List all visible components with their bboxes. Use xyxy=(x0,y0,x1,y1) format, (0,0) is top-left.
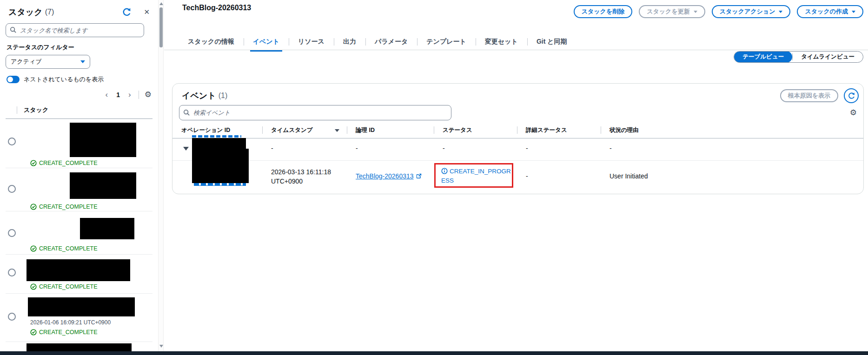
stack-list-item[interactable]: CREATE_COMPLETE xyxy=(6,211,152,255)
stack-radio[interactable] xyxy=(8,185,16,193)
current-page: 1 xyxy=(114,91,122,99)
status-text: CREATE_IN_PROGRESS xyxy=(441,168,511,184)
chevron-down-icon xyxy=(694,11,697,13)
stack-status-text: CREATE_COMPLETE xyxy=(39,204,98,210)
stack-radio[interactable] xyxy=(8,269,16,276)
stack-status: CREATE_COMPLETE xyxy=(30,329,98,335)
column-status: ステータス xyxy=(434,126,517,134)
page-title: TechBlog-20260313 xyxy=(182,4,251,12)
stack-detail-tabs: スタックの情報 イベント リソース 出力 パラメータ テンプレート 変更セット … xyxy=(179,35,576,52)
tab-template[interactable]: テンプレート xyxy=(417,35,476,52)
stack-status-text: CREATE_COMPLETE xyxy=(39,283,98,290)
stack-search xyxy=(6,23,144,37)
sidebar-settings-button[interactable] xyxy=(145,90,152,99)
stack-list-item[interactable]: 2026-01-06 16:09:21 UTC+0900 CREATE_COMP… xyxy=(6,294,152,342)
events-title: イベント xyxy=(182,90,216,101)
stack-radio[interactable] xyxy=(8,229,16,237)
show-root-cause-button[interactable]: 根本原因を表示 xyxy=(780,89,838,102)
update-stack-button[interactable]: スタックを更新 xyxy=(639,5,705,18)
divider xyxy=(139,91,139,99)
tab-outputs[interactable]: 出力 xyxy=(334,35,365,52)
main-content: TechBlog-20260313 スタックを削除 スタックを更新 スタックアク… xyxy=(164,0,868,351)
stack-status-text: CREATE_COMPLETE xyxy=(39,245,98,252)
tab-events[interactable]: イベント xyxy=(244,35,289,52)
events-panel: イベント (1) 根本原因を表示 xyxy=(172,83,864,194)
column-logical-id: 論理 ID xyxy=(347,126,434,134)
tab-change-sets[interactable]: 変更セット xyxy=(476,35,527,52)
tab-git-sync[interactable]: Git と同期 xyxy=(527,35,576,52)
table-preferences-button[interactable] xyxy=(850,108,857,118)
update-stack-label: スタックを更新 xyxy=(647,7,690,16)
stack-list-item[interactable]: CREATE_COMPLETE xyxy=(6,168,152,211)
refresh-events-button[interactable] xyxy=(844,88,859,103)
stack-search-input[interactable] xyxy=(6,23,144,37)
stack-radio[interactable] xyxy=(8,313,16,321)
stack-action-buttons: スタックを削除 スタックを更新 スタックアクション スタックの作成 xyxy=(574,5,863,18)
cloudformation-console: スタック (7) ステータスのフィルター アクティブ xyxy=(0,0,868,355)
next-page-button[interactable]: › xyxy=(126,91,133,99)
event-search xyxy=(179,105,451,120)
show-nested-label: ネストされているものを表示 xyxy=(24,75,104,84)
tab-stack-info[interactable]: スタックの情報 xyxy=(179,35,244,52)
timeline-view-option[interactable]: タイムラインビュー xyxy=(793,51,863,63)
status-link[interactable]: CREATE_IN_PROGRESS xyxy=(441,168,511,184)
close-sidebar-button[interactable] xyxy=(144,8,150,16)
refresh-icon xyxy=(122,7,132,17)
prev-page-button[interactable]: ‹ xyxy=(104,91,110,99)
create-stack-button[interactable]: スタックの作成 xyxy=(797,5,863,18)
detail-status-cell: - xyxy=(517,138,601,160)
stack-count: (7) xyxy=(45,8,54,16)
event-search-input[interactable] xyxy=(179,105,451,120)
stack-status: CREATE_COMPLETE xyxy=(30,204,98,210)
stack-radio[interactable] xyxy=(8,138,16,145)
scrollbar-thumb[interactable] xyxy=(159,7,163,47)
create-stack-label: スタックの作成 xyxy=(805,7,848,16)
refresh-icon xyxy=(848,92,855,100)
column-timestamp[interactable]: タイムスタンプ xyxy=(262,126,347,134)
show-nested-toggle[interactable] xyxy=(7,76,20,83)
success-check-icon xyxy=(30,204,37,210)
tab-parameters[interactable]: パラメータ xyxy=(365,35,417,52)
collapse-group-icon[interactable] xyxy=(183,147,189,151)
stack-actions-label: スタックアクション xyxy=(720,7,775,16)
external-link-icon xyxy=(416,173,422,179)
stack-status: CREATE_COMPLETE xyxy=(30,160,98,166)
sidebar-title: スタック xyxy=(8,7,43,18)
detail-status-cell: - xyxy=(517,161,601,191)
stack-status-text: CREATE_COMPLETE xyxy=(39,329,98,335)
success-check-icon xyxy=(30,329,37,335)
table-view-option[interactable]: テーブルビュー xyxy=(734,51,792,63)
stack-list-item[interactable]: CREATE_COMPLETE xyxy=(6,119,152,168)
sort-descending-icon[interactable] xyxy=(335,129,339,132)
stack-list-item[interactable]: CREATE_COMPLETE xyxy=(6,255,152,294)
stack-status: CREATE_COMPLETE xyxy=(30,245,98,252)
stack-status: CREATE_COMPLETE xyxy=(30,283,98,290)
stack-actions-button[interactable]: スタックアクション xyxy=(712,5,791,18)
redacted-stack-name xyxy=(80,218,134,239)
events-table-header: オペレーション ID タイムスタンプ 論理 ID ステータス 詳細ステータス 状… xyxy=(172,126,863,138)
scroll-down-arrow-icon[interactable] xyxy=(159,345,163,348)
sidebar-scrollbar[interactable] xyxy=(158,0,164,351)
stack-timestamp: 2026-01-06 16:09:21 UTC+0900 xyxy=(30,319,111,326)
status-reason-cell: User Initiated xyxy=(601,161,863,191)
status-filter-select[interactable]: アクティブ xyxy=(6,55,90,69)
events-count: (1) xyxy=(219,92,228,100)
column-status-reason: 状況の理由 xyxy=(601,126,863,134)
chevron-down-icon xyxy=(779,11,782,13)
column-operation-id: オペレーション ID xyxy=(172,126,262,134)
redacted-link-fragment xyxy=(192,135,241,138)
stacks-sidebar: スタック (7) ステータスのフィルター アクティブ xyxy=(0,0,158,351)
scroll-up-arrow-icon[interactable] xyxy=(159,2,163,5)
view-toggle: テーブルビュー タイムラインビュー xyxy=(734,51,863,63)
logical-id-link[interactable]: TechBlog-20260313 xyxy=(356,172,422,180)
stack-status-text: CREATE_COMPLETE xyxy=(39,160,98,166)
success-check-icon xyxy=(30,245,37,252)
status-cell: CREATE_IN_PROGRESS xyxy=(434,161,517,191)
column-detail-status: 詳細ステータス xyxy=(517,126,601,134)
delete-stack-button[interactable]: スタックを削除 xyxy=(574,5,633,18)
chevron-down-icon xyxy=(852,11,855,13)
info-icon xyxy=(441,168,448,174)
tab-resources[interactable]: リソース xyxy=(289,35,334,52)
redacted-operation-id xyxy=(192,149,249,183)
refresh-stacks-button[interactable] xyxy=(122,7,132,17)
